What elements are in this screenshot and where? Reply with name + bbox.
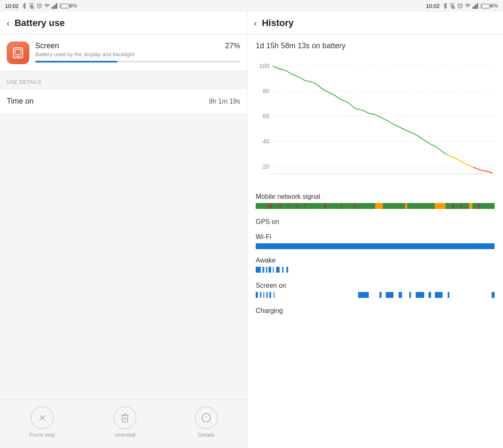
svg-rect-62 <box>269 267 271 273</box>
back-button-left[interactable]: ‹ <box>7 18 10 28</box>
details-label: Details <box>198 432 215 438</box>
force-stop-button[interactable]: Force stop <box>29 406 55 438</box>
bluetooth-icon-r <box>442 3 448 9</box>
gps-section: GPS on <box>256 218 495 226</box>
svg-line-5 <box>41 4 42 5</box>
svg-line-4 <box>37 4 38 5</box>
awake-bar <box>256 267 495 273</box>
wifi-bar <box>256 243 495 249</box>
mute-icon-r <box>450 3 456 9</box>
right-panel: ‹ History 1d 15h 58m 13s on battery 100 <box>247 12 503 448</box>
left-title: Battery use <box>15 18 65 29</box>
svg-rect-53 <box>405 203 407 209</box>
status-bar-left: 10:02 8% <box>0 0 252 12</box>
x-icon <box>37 413 47 423</box>
info-icon <box>201 413 211 423</box>
wifi-section: Wi-Fi <box>256 233 495 249</box>
history-content: 1d 15h 58m 13s on battery 100 80 60 <box>247 35 503 329</box>
svg-rect-52 <box>375 203 383 209</box>
svg-rect-7 <box>52 7 53 9</box>
svg-rect-59 <box>256 267 261 273</box>
svg-rect-72 <box>274 292 275 298</box>
alarm-icon-r <box>457 3 463 9</box>
awake-section: Awake <box>256 257 495 274</box>
svg-rect-73 <box>358 292 368 298</box>
svg-rect-64 <box>276 267 280 273</box>
svg-rect-70 <box>266 292 267 298</box>
svg-rect-20 <box>474 6 475 9</box>
time-left: 10:02 <box>5 3 19 9</box>
screen-item: Screen 27% Battery used by the display a… <box>0 35 247 71</box>
svg-rect-71 <box>270 292 271 298</box>
charging-label: Charging <box>256 307 495 315</box>
svg-rect-45 <box>279 203 281 209</box>
back-button-right[interactable]: ‹ <box>254 18 257 28</box>
svg-rect-66 <box>286 267 288 273</box>
svg-rect-9 <box>54 5 56 9</box>
svg-rect-44 <box>269 203 272 209</box>
right-title: History <box>262 18 294 29</box>
svg-rect-74 <box>379 292 381 298</box>
screen-description: Battery used by the display and backligh… <box>35 51 240 57</box>
screen-name: Screen <box>35 42 59 50</box>
use-details-section: USE DETAILS <box>0 71 247 89</box>
battery-icon-right: 8% <box>481 3 498 9</box>
svg-rect-46 <box>288 203 289 209</box>
left-panel: ‹ Battery use Screen 27% Battery used by… <box>0 12 247 448</box>
awake-label: Awake <box>256 257 495 264</box>
status-bar: 10:02 8% 10:02 <box>0 0 503 12</box>
svg-rect-19 <box>472 7 474 9</box>
svg-rect-54 <box>435 203 446 209</box>
svg-rect-21 <box>475 5 477 9</box>
right-header: ‹ History <box>247 12 503 35</box>
main-content: ‹ Battery use Screen 27% Battery used by… <box>0 12 503 448</box>
gps-label: GPS on <box>256 218 495 226</box>
force-stop-label: Force stop <box>29 432 55 438</box>
bottom-actions: Force stop Uninstall <box>0 399 247 448</box>
time-on-label: Time on <box>7 97 34 106</box>
svg-rect-11 <box>57 3 58 9</box>
svg-rect-82 <box>492 292 495 298</box>
wifi-label: Wi-Fi <box>256 233 495 241</box>
svg-rect-68 <box>260 292 261 298</box>
svg-rect-22 <box>477 3 478 9</box>
svg-rect-56 <box>461 203 462 209</box>
svg-rect-69 <box>263 292 264 298</box>
details-button[interactable]: Details <box>195 406 218 438</box>
time-on-value: 9h 1m 19s <box>209 98 240 105</box>
wifi-icon <box>44 3 50 9</box>
force-stop-circle <box>31 406 54 429</box>
battery-icon-left: 8% <box>60 3 77 9</box>
svg-rect-48 <box>305 203 306 209</box>
left-header: ‹ Battery use <box>0 12 247 35</box>
svg-rect-57 <box>469 203 472 209</box>
svg-rect-79 <box>428 292 431 298</box>
mobile-network-section: Mobile network signal <box>256 193 495 211</box>
svg-rect-63 <box>273 267 274 273</box>
svg-rect-80 <box>435 292 443 298</box>
time-right: 10:02 <box>426 3 440 9</box>
svg-rect-23 <box>478 3 479 9</box>
mobile-network-label: Mobile network signal <box>256 193 495 201</box>
svg-rect-25 <box>15 49 21 55</box>
screen-percent: 27% <box>225 42 240 50</box>
battery-chart: 100 80 60 40 20 <box>256 57 495 183</box>
screen-on-bar <box>256 292 495 298</box>
details-circle <box>195 406 218 429</box>
mobile-network-bar <box>256 203 495 209</box>
svg-rect-76 <box>399 292 402 298</box>
svg-rect-47 <box>296 203 298 209</box>
screen-on-section: Screen on <box>256 282 495 300</box>
wifi-icon-r <box>465 3 471 9</box>
svg-text:40: 40 <box>263 138 270 144</box>
uninstall-button[interactable]: Uninstall <box>114 406 136 438</box>
svg-rect-60 <box>262 267 264 273</box>
alarm-icon <box>36 3 42 9</box>
svg-rect-58 <box>477 203 480 209</box>
svg-text:20: 20 <box>263 163 270 169</box>
time-on-row: Time on 9h 1m 19s <box>0 89 247 113</box>
status-bar-right: 10:02 8% <box>252 0 503 12</box>
battery-chart-svg: 100 80 60 40 20 <box>256 57 495 183</box>
svg-rect-77 <box>409 292 411 298</box>
status-icons-right: 8% <box>442 3 498 9</box>
